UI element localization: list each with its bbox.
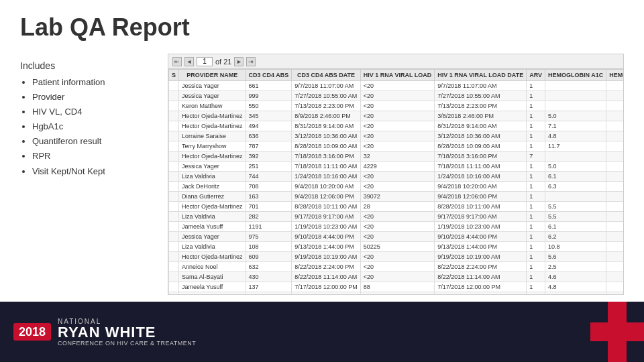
table-cell: 1/24/2018 10:16:00 AM: [292, 172, 361, 182]
table-cell: 1: [527, 162, 545, 172]
table-cell: 9/19/2018 10:19:00 AM: [292, 252, 361, 262]
table-cell: Liza Valdivia: [179, 212, 246, 222]
table-cell: 7/17/2018 12:00:00 PM: [435, 282, 527, 292]
table-cell: 1: [527, 212, 545, 222]
table-cell: 32: [360, 152, 435, 162]
table-cell: 6.2: [545, 232, 606, 242]
bullet-item: Visit Kept/Not Kept: [32, 164, 154, 179]
table-row: Hector Ojeda-Martinez7018/28/2018 10:11:…: [169, 202, 624, 212]
table-cell: 8/31/2018 9:14:00 AM: [292, 121, 361, 131]
table-cell: <20: [360, 131, 435, 141]
table-column-header: PROVIDER NAME: [179, 70, 246, 81]
left-panel: Includes Patient informationProviderHIV …: [20, 54, 154, 295]
table-cell: 8/22/2018 2:24:00 PM: [292, 262, 361, 272]
table-cell: 392: [246, 152, 292, 162]
table-cell: 282: [246, 212, 292, 222]
table-header-row: SPROVIDER NAMECD3 CD4 ABSCD3 CD4 ABS DAT…: [169, 70, 624, 81]
table-cell: 9/4/2018 10:20:00 AM: [292, 182, 361, 192]
last-page-button[interactable]: ⇥: [246, 57, 256, 66]
next-page-button[interactable]: ►: [234, 57, 244, 66]
table-row: Keron Matthew5507/13/2018 2:23:00 PM<207…: [169, 101, 624, 111]
table-cell: 5.0: [545, 111, 606, 121]
table-cell: [606, 152, 623, 162]
table-cell: 1: [527, 81, 545, 91]
table-cell: 1/19/2018 10:23:00 AM: [435, 222, 527, 232]
table-cell: [169, 152, 179, 162]
bullet-item: HgbA1c: [32, 119, 154, 134]
table-cell: 1: [527, 131, 545, 141]
table-cell: 7/18/2018 11:11:00 AM: [292, 162, 361, 172]
page-number-input[interactable]: [197, 57, 213, 66]
table-cell: 88: [360, 282, 435, 292]
cross-decoration: [590, 302, 644, 362]
first-page-button[interactable]: ⇤: [172, 57, 182, 66]
table-cell: 6.1: [545, 172, 606, 182]
table-cell: <20: [360, 232, 435, 242]
table-cell: Lorraine Saraise: [179, 131, 246, 141]
table-cell: [169, 292, 179, 295]
table-cell: Jessica Yager: [179, 162, 246, 172]
table-cell: 108: [246, 242, 292, 252]
table-cell: 9/17/2018 9:17:00 AM: [435, 212, 527, 222]
table-cell: 7/13/2018 8:42:00 AM: [292, 292, 361, 295]
table-cell: 7/18/2018 11:11:00 AM: [435, 162, 527, 172]
table-cell: 8/28/2018 10:11:00 AM: [435, 202, 527, 212]
table-cell: 1: [527, 182, 545, 192]
table-cell: Jameela Yusuff: [179, 222, 246, 232]
table-cell: 1: [527, 282, 545, 292]
table-column-header: S: [169, 70, 179, 81]
table-cell: 4229: [360, 162, 435, 172]
table-cell: [606, 212, 623, 222]
table-cell: [169, 111, 179, 121]
table-cell: 1: [527, 91, 545, 101]
table-cell: 1/24/2018 10:16:00 AM: [435, 172, 527, 182]
table-cell: <20: [360, 121, 435, 131]
table-cell: [169, 81, 179, 91]
table-cell: Jack DeHoritz: [179, 182, 246, 192]
table-cell: [169, 91, 179, 101]
table-cell: [169, 242, 179, 252]
table-cell: <20: [360, 252, 435, 262]
table-cell: 999: [246, 91, 292, 101]
table-cell: Hector Ojeda-Martinez: [179, 121, 246, 131]
table-cell: 54062: [360, 292, 435, 295]
prev-page-button[interactable]: ◄: [184, 57, 194, 66]
table-cell: Jameela Yusuff: [179, 282, 246, 292]
table-cell: Liza Valdivia: [179, 172, 246, 182]
table-cell: 1: [527, 121, 545, 131]
table-cell: 708: [246, 182, 292, 192]
data-table-wrapper[interactable]: SPROVIDER NAMECD3 CD4 ABSCD3 CD4 ABS DAT…: [168, 69, 623, 294]
page-title: Lab QA Report: [20, 13, 624, 42]
table-cell: <20: [360, 141, 435, 152]
table-cell: [169, 222, 179, 232]
includes-label: Includes: [20, 60, 154, 71]
table-cell: [169, 272, 179, 282]
table-cell: 163: [246, 192, 292, 202]
table-cell: 7: [527, 152, 545, 162]
table-column-header: ARV: [527, 70, 545, 81]
conference-label: CONFERENCE ON HIV CARE & TREATMENT: [58, 340, 196, 347]
table-cell: <20: [360, 182, 435, 192]
year-badge: 2018: [13, 323, 51, 341]
table-cell: 6/6/2010 10:06:00 AM: [435, 292, 527, 295]
table-column-header: HIV 1 RNA VIRAL LOAD: [360, 70, 435, 81]
table-cell: <20: [360, 272, 435, 282]
table-cell: 8/22/2018 2:24:00 PM: [435, 262, 527, 272]
table-cell: [606, 252, 623, 262]
table-cell: 1/19/2018 10:23:00 AM: [292, 222, 361, 232]
table-cell: [606, 182, 623, 192]
table-cell: [606, 172, 623, 182]
table-cell: Keron Matthew: [179, 101, 246, 111]
table-cell: Hector Ojeda-Martinez: [179, 252, 246, 262]
table-cell: 11.7: [545, 141, 606, 152]
table-cell: [545, 152, 606, 162]
table-cell: 9/10/2018 4:44:00 PM: [292, 232, 361, 242]
table-cell: 1: [527, 141, 545, 152]
table-cell: [169, 282, 179, 292]
table-cell: 6.1: [545, 222, 606, 232]
table-cell: 5.5: [545, 202, 606, 212]
table-cell: [545, 101, 606, 111]
table-cell: 7.1: [545, 121, 606, 131]
table-cell: 550: [246, 101, 292, 111]
table-cell: [545, 81, 606, 91]
